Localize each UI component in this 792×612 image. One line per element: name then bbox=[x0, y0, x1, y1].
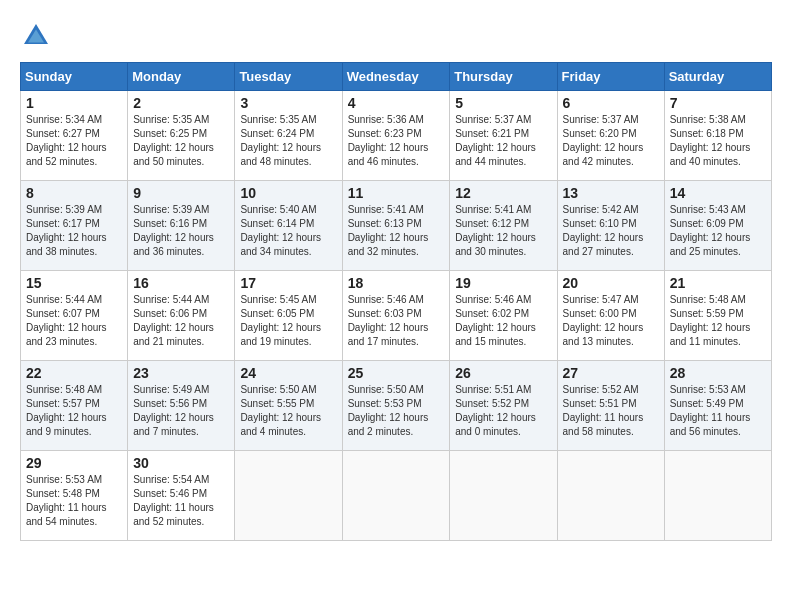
calendar-day-cell: 2Sunrise: 5:35 AMSunset: 6:25 PMDaylight… bbox=[128, 91, 235, 181]
day-info: Sunrise: 5:40 AMSunset: 6:14 PMDaylight:… bbox=[240, 203, 336, 259]
calendar-day-cell: 8Sunrise: 5:39 AMSunset: 6:17 PMDaylight… bbox=[21, 181, 128, 271]
calendar-day-cell: 24Sunrise: 5:50 AMSunset: 5:55 PMDayligh… bbox=[235, 361, 342, 451]
day-info: Sunrise: 5:47 AMSunset: 6:00 PMDaylight:… bbox=[563, 293, 659, 349]
calendar-day-cell: 18Sunrise: 5:46 AMSunset: 6:03 PMDayligh… bbox=[342, 271, 450, 361]
day-number: 25 bbox=[348, 365, 445, 381]
day-info: Sunrise: 5:45 AMSunset: 6:05 PMDaylight:… bbox=[240, 293, 336, 349]
day-number: 17 bbox=[240, 275, 336, 291]
logo-icon bbox=[20, 20, 52, 52]
calendar-day-cell: 28Sunrise: 5:53 AMSunset: 5:49 PMDayligh… bbox=[664, 361, 771, 451]
calendar-day-cell: 1Sunrise: 5:34 AMSunset: 6:27 PMDaylight… bbox=[21, 91, 128, 181]
day-info: Sunrise: 5:49 AMSunset: 5:56 PMDaylight:… bbox=[133, 383, 229, 439]
calendar-day-cell: 7Sunrise: 5:38 AMSunset: 6:18 PMDaylight… bbox=[664, 91, 771, 181]
calendar-day-cell: 11Sunrise: 5:41 AMSunset: 6:13 PMDayligh… bbox=[342, 181, 450, 271]
calendar-day-cell: 25Sunrise: 5:50 AMSunset: 5:53 PMDayligh… bbox=[342, 361, 450, 451]
calendar-day-cell: 19Sunrise: 5:46 AMSunset: 6:02 PMDayligh… bbox=[450, 271, 557, 361]
calendar-week-row: 1Sunrise: 5:34 AMSunset: 6:27 PMDaylight… bbox=[21, 91, 772, 181]
day-number: 15 bbox=[26, 275, 122, 291]
day-number: 12 bbox=[455, 185, 551, 201]
calendar-day-cell: 26Sunrise: 5:51 AMSunset: 5:52 PMDayligh… bbox=[450, 361, 557, 451]
calendar-day-cell: 20Sunrise: 5:47 AMSunset: 6:00 PMDayligh… bbox=[557, 271, 664, 361]
day-info: Sunrise: 5:37 AMSunset: 6:20 PMDaylight:… bbox=[563, 113, 659, 169]
day-number: 29 bbox=[26, 455, 122, 471]
weekday-header-cell: Sunday bbox=[21, 63, 128, 91]
calendar-day-cell: 30Sunrise: 5:54 AMSunset: 5:46 PMDayligh… bbox=[128, 451, 235, 541]
calendar-day-cell: 6Sunrise: 5:37 AMSunset: 6:20 PMDaylight… bbox=[557, 91, 664, 181]
day-number: 1 bbox=[26, 95, 122, 111]
day-number: 26 bbox=[455, 365, 551, 381]
day-number: 10 bbox=[240, 185, 336, 201]
calendar-day-cell: 12Sunrise: 5:41 AMSunset: 6:12 PMDayligh… bbox=[450, 181, 557, 271]
day-info: Sunrise: 5:35 AMSunset: 6:25 PMDaylight:… bbox=[133, 113, 229, 169]
day-number: 16 bbox=[133, 275, 229, 291]
calendar-week-row: 22Sunrise: 5:48 AMSunset: 5:57 PMDayligh… bbox=[21, 361, 772, 451]
day-info: Sunrise: 5:41 AMSunset: 6:12 PMDaylight:… bbox=[455, 203, 551, 259]
calendar-day-cell: 21Sunrise: 5:48 AMSunset: 5:59 PMDayligh… bbox=[664, 271, 771, 361]
day-number: 2 bbox=[133, 95, 229, 111]
calendar-day-cell: 27Sunrise: 5:52 AMSunset: 5:51 PMDayligh… bbox=[557, 361, 664, 451]
weekday-header-row: SundayMondayTuesdayWednesdayThursdayFrid… bbox=[21, 63, 772, 91]
day-info: Sunrise: 5:44 AMSunset: 6:06 PMDaylight:… bbox=[133, 293, 229, 349]
calendar-day-cell bbox=[557, 451, 664, 541]
calendar-day-cell: 13Sunrise: 5:42 AMSunset: 6:10 PMDayligh… bbox=[557, 181, 664, 271]
calendar-day-cell: 10Sunrise: 5:40 AMSunset: 6:14 PMDayligh… bbox=[235, 181, 342, 271]
day-info: Sunrise: 5:52 AMSunset: 5:51 PMDaylight:… bbox=[563, 383, 659, 439]
calendar-day-cell: 17Sunrise: 5:45 AMSunset: 6:05 PMDayligh… bbox=[235, 271, 342, 361]
day-number: 6 bbox=[563, 95, 659, 111]
weekday-header-cell: Monday bbox=[128, 63, 235, 91]
day-info: Sunrise: 5:44 AMSunset: 6:07 PMDaylight:… bbox=[26, 293, 122, 349]
calendar-day-cell: 14Sunrise: 5:43 AMSunset: 6:09 PMDayligh… bbox=[664, 181, 771, 271]
day-info: Sunrise: 5:38 AMSunset: 6:18 PMDaylight:… bbox=[670, 113, 766, 169]
day-info: Sunrise: 5:54 AMSunset: 5:46 PMDaylight:… bbox=[133, 473, 229, 529]
calendar-day-cell: 4Sunrise: 5:36 AMSunset: 6:23 PMDaylight… bbox=[342, 91, 450, 181]
logo bbox=[20, 20, 56, 52]
day-number: 9 bbox=[133, 185, 229, 201]
calendar-day-cell: 16Sunrise: 5:44 AMSunset: 6:06 PMDayligh… bbox=[128, 271, 235, 361]
day-number: 21 bbox=[670, 275, 766, 291]
day-info: Sunrise: 5:34 AMSunset: 6:27 PMDaylight:… bbox=[26, 113, 122, 169]
calendar-day-cell: 29Sunrise: 5:53 AMSunset: 5:48 PMDayligh… bbox=[21, 451, 128, 541]
day-info: Sunrise: 5:36 AMSunset: 6:23 PMDaylight:… bbox=[348, 113, 445, 169]
calendar-day-cell bbox=[235, 451, 342, 541]
calendar-day-cell bbox=[342, 451, 450, 541]
day-info: Sunrise: 5:37 AMSunset: 6:21 PMDaylight:… bbox=[455, 113, 551, 169]
calendar-body: 1Sunrise: 5:34 AMSunset: 6:27 PMDaylight… bbox=[21, 91, 772, 541]
calendar-week-row: 29Sunrise: 5:53 AMSunset: 5:48 PMDayligh… bbox=[21, 451, 772, 541]
page-header bbox=[20, 20, 772, 52]
weekday-header-cell: Tuesday bbox=[235, 63, 342, 91]
day-info: Sunrise: 5:35 AMSunset: 6:24 PMDaylight:… bbox=[240, 113, 336, 169]
calendar-week-row: 8Sunrise: 5:39 AMSunset: 6:17 PMDaylight… bbox=[21, 181, 772, 271]
day-info: Sunrise: 5:50 AMSunset: 5:55 PMDaylight:… bbox=[240, 383, 336, 439]
calendar-week-row: 15Sunrise: 5:44 AMSunset: 6:07 PMDayligh… bbox=[21, 271, 772, 361]
day-info: Sunrise: 5:53 AMSunset: 5:49 PMDaylight:… bbox=[670, 383, 766, 439]
day-number: 19 bbox=[455, 275, 551, 291]
day-info: Sunrise: 5:41 AMSunset: 6:13 PMDaylight:… bbox=[348, 203, 445, 259]
calendar-day-cell: 5Sunrise: 5:37 AMSunset: 6:21 PMDaylight… bbox=[450, 91, 557, 181]
weekday-header-cell: Friday bbox=[557, 63, 664, 91]
day-number: 7 bbox=[670, 95, 766, 111]
day-number: 14 bbox=[670, 185, 766, 201]
day-info: Sunrise: 5:46 AMSunset: 6:02 PMDaylight:… bbox=[455, 293, 551, 349]
day-number: 13 bbox=[563, 185, 659, 201]
calendar-day-cell: 23Sunrise: 5:49 AMSunset: 5:56 PMDayligh… bbox=[128, 361, 235, 451]
day-info: Sunrise: 5:50 AMSunset: 5:53 PMDaylight:… bbox=[348, 383, 445, 439]
calendar-day-cell: 15Sunrise: 5:44 AMSunset: 6:07 PMDayligh… bbox=[21, 271, 128, 361]
calendar-day-cell bbox=[450, 451, 557, 541]
weekday-header-cell: Wednesday bbox=[342, 63, 450, 91]
day-number: 24 bbox=[240, 365, 336, 381]
day-number: 3 bbox=[240, 95, 336, 111]
day-info: Sunrise: 5:43 AMSunset: 6:09 PMDaylight:… bbox=[670, 203, 766, 259]
day-info: Sunrise: 5:46 AMSunset: 6:03 PMDaylight:… bbox=[348, 293, 445, 349]
day-info: Sunrise: 5:48 AMSunset: 5:59 PMDaylight:… bbox=[670, 293, 766, 349]
day-number: 8 bbox=[26, 185, 122, 201]
day-info: Sunrise: 5:42 AMSunset: 6:10 PMDaylight:… bbox=[563, 203, 659, 259]
calendar-day-cell: 3Sunrise: 5:35 AMSunset: 6:24 PMDaylight… bbox=[235, 91, 342, 181]
day-number: 27 bbox=[563, 365, 659, 381]
day-info: Sunrise: 5:51 AMSunset: 5:52 PMDaylight:… bbox=[455, 383, 551, 439]
calendar-day-cell: 22Sunrise: 5:48 AMSunset: 5:57 PMDayligh… bbox=[21, 361, 128, 451]
day-info: Sunrise: 5:39 AMSunset: 6:16 PMDaylight:… bbox=[133, 203, 229, 259]
day-number: 22 bbox=[26, 365, 122, 381]
day-number: 4 bbox=[348, 95, 445, 111]
day-number: 23 bbox=[133, 365, 229, 381]
day-number: 5 bbox=[455, 95, 551, 111]
